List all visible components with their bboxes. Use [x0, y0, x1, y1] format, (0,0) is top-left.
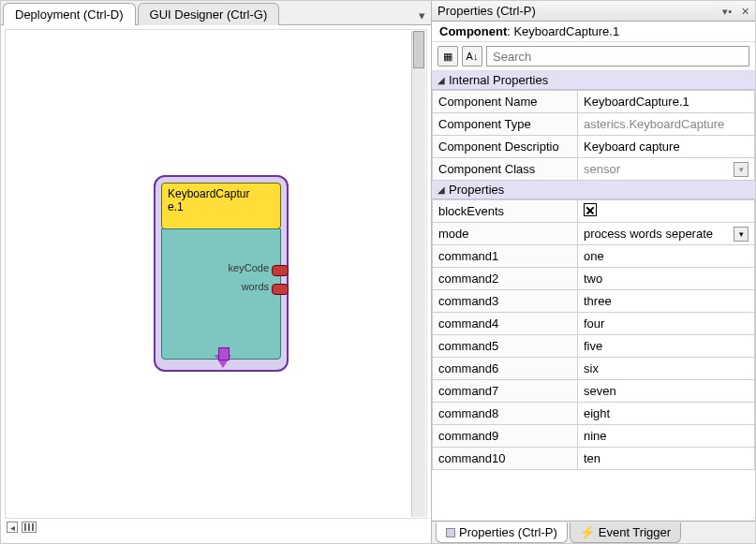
sort-alpha-icon[interactable]: A↓: [462, 46, 482, 66]
bolt-icon: ⚡: [580, 525, 595, 539]
property-name: Component Descriptio: [433, 136, 578, 158]
component-line: Component: KeyboardCapture.1: [432, 22, 755, 42]
close-icon[interactable]: ✕: [741, 6, 749, 17]
group-label-properties: Properties: [449, 183, 504, 197]
property-row: Component Classsensor▾: [433, 158, 755, 181]
canvas-bottom-bar: ◂: [5, 519, 427, 536]
property-value[interactable]: sensor▾: [578, 158, 755, 181]
properties-header: Properties (Ctrl-P) ▾▪ ✕: [432, 1, 755, 22]
property-row: command8eight: [433, 403, 755, 425]
scroll-overview-icon[interactable]: [22, 522, 37, 533]
property-value[interactable]: one: [578, 245, 755, 268]
property-row: Component Typeasterics.KeyboardCapture: [433, 113, 755, 136]
event-trigger-port[interactable]: [215, 355, 231, 368]
bottom-tab-bar: Properties (Ctrl-P) ⚡ Event Trigger: [432, 521, 755, 543]
property-name: command10: [433, 448, 578, 470]
property-value[interactable]: five: [578, 335, 755, 358]
property-name: command5: [433, 335, 578, 358]
component-title: KeyboardCaptur e.1: [161, 183, 281, 229]
bottom-tab-properties[interactable]: Properties (Ctrl-P): [436, 522, 568, 543]
property-name: blockEvents: [433, 200, 578, 223]
property-row: command6six: [433, 358, 755, 380]
group-internal-properties[interactable]: ◢ Internal Properties: [432, 71, 755, 90]
properties-body: ◢ Internal Properties Component NameKeyb…: [432, 71, 755, 521]
property-value[interactable]: process words seperate▾: [578, 223, 755, 245]
property-value[interactable]: [578, 200, 755, 223]
model-canvas[interactable]: KeyboardCaptur e.1 keyCode words: [5, 29, 427, 519]
property-name: command2: [433, 268, 578, 290]
property-row: command1one: [433, 245, 755, 268]
property-value[interactable]: eight: [578, 403, 755, 425]
dropdown-icon[interactable]: ▾: [734, 227, 749, 242]
component-name-value: KeyboardCapture.1: [513, 24, 619, 38]
properties-tab-icon: [446, 528, 455, 537]
group-label-internal: Internal Properties: [449, 73, 548, 87]
editor-pane: Deployment (Ctrl-D) GUI Designer (Ctrl-G…: [1, 1, 432, 543]
scroll-left-icon[interactable]: ◂: [7, 522, 18, 533]
property-value[interactable]: six: [578, 358, 755, 380]
component-label: Component: [439, 24, 507, 38]
properties-title: Properties (Ctrl-P): [437, 4, 717, 18]
property-name: command3: [433, 290, 578, 313]
port-words[interactable]: [272, 284, 289, 295]
property-value[interactable]: four: [578, 313, 755, 335]
search-input-wrapper: [486, 46, 749, 66]
component-keyboardcapture[interactable]: KeyboardCaptur e.1 keyCode words: [154, 175, 289, 372]
port-keycode[interactable]: [272, 265, 289, 276]
property-name: command6: [433, 358, 578, 380]
tab-overflow-icon[interactable]: ▾: [413, 7, 431, 24]
tab-gui-designer[interactable]: GUI Designer (Ctrl-G): [138, 3, 280, 25]
bottom-tab-event-label: Event Trigger: [599, 525, 671, 539]
property-row: command10ten: [433, 448, 755, 470]
editor-tab-bar: Deployment (Ctrl-D) GUI Designer (Ctrl-G…: [1, 1, 431, 25]
port-label-words: words: [242, 281, 269, 292]
properties-toolbar: ▦ A↓: [432, 42, 755, 71]
component-body: keyCode words: [161, 228, 281, 360]
property-row: command2two: [433, 268, 755, 290]
vertical-scroll-thumb[interactable]: [413, 31, 424, 68]
property-name: Component Type: [433, 113, 578, 136]
checkbox-icon[interactable]: [584, 203, 597, 216]
property-row: Component DescriptioKeyboard capture: [433, 136, 755, 158]
bottom-tab-event-trigger[interactable]: ⚡ Event Trigger: [570, 522, 681, 543]
properties-pane: Properties (Ctrl-P) ▾▪ ✕ Component: Keyb…: [432, 1, 755, 543]
property-row: Component NameKeyboardCapture.1: [433, 91, 755, 113]
property-row: blockEvents: [433, 200, 755, 223]
canvas-area: KeyboardCaptur e.1 keyCode words ◂: [1, 25, 431, 543]
group-properties[interactable]: ◢ Properties: [432, 181, 755, 199]
property-value[interactable]: nine: [578, 425, 755, 448]
property-row: command4four: [433, 313, 755, 335]
property-name: command7: [433, 380, 578, 403]
collapse-icon[interactable]: ◢: [437, 184, 445, 195]
tab-deployment[interactable]: Deployment (Ctrl-D): [3, 3, 136, 25]
collapse-icon[interactable]: ◢: [437, 75, 445, 85]
property-name: command9: [433, 425, 578, 448]
property-value[interactable]: seven: [578, 380, 755, 403]
property-value[interactable]: three: [578, 290, 755, 313]
property-name: command8: [433, 403, 578, 425]
property-row: modeprocess words seperate▾: [433, 223, 755, 245]
property-name: Component Name: [433, 91, 578, 113]
port-label-keycode: keyCode: [229, 262, 269, 273]
property-value[interactable]: two: [578, 268, 755, 290]
property-name: command4: [433, 313, 578, 335]
dropdown-icon[interactable]: ▾: [734, 162, 749, 177]
property-name: mode: [433, 223, 578, 245]
property-value[interactable]: KeyboardCapture.1: [578, 91, 755, 113]
property-value[interactable]: ten: [578, 448, 755, 470]
property-row: command5five: [433, 335, 755, 358]
property-row: command9nine: [433, 425, 755, 448]
property-name: command1: [433, 245, 578, 268]
categorize-icon[interactable]: ▦: [437, 46, 458, 66]
properties-table: blockEventsmodeprocess words seperate▾co…: [432, 199, 755, 470]
property-value[interactable]: Keyboard capture: [578, 136, 755, 158]
bottom-tab-properties-label: Properties (Ctrl-P): [459, 525, 557, 539]
property-name: Component Class: [433, 158, 578, 181]
internal-properties-table: Component NameKeyboardCapture.1Component…: [432, 90, 755, 181]
pin-icon[interactable]: ▾▪: [722, 6, 732, 17]
search-input[interactable]: [486, 46, 749, 66]
vertical-scrollbar[interactable]: [411, 31, 425, 517]
property-value[interactable]: asterics.KeyboardCapture: [578, 113, 755, 136]
property-row: command3three: [433, 290, 755, 313]
property-row: command7seven: [433, 380, 755, 403]
